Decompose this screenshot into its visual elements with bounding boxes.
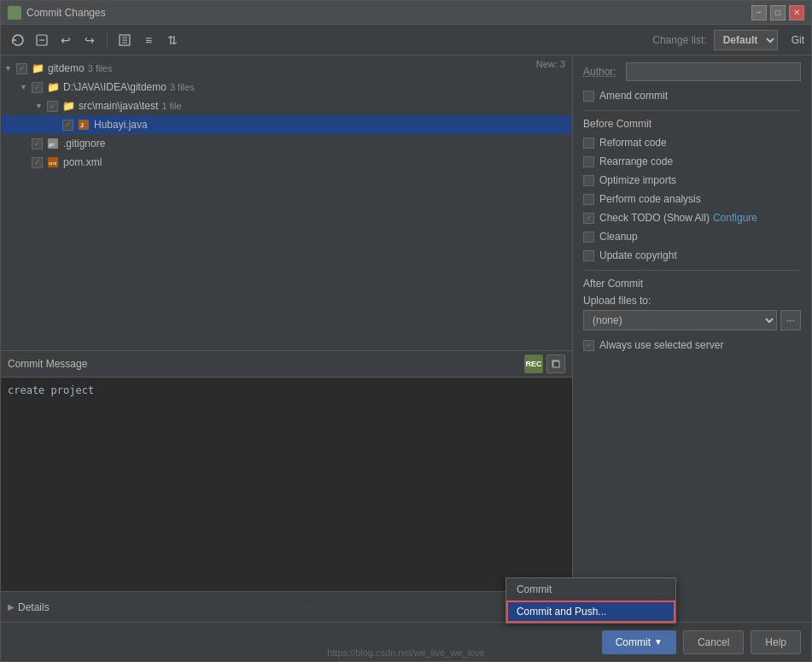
folder-icon-src: 📁 — [61, 99, 75, 113]
cancel-button[interactable]: Cancel — [683, 630, 744, 654]
commit-message-rec-button[interactable]: REC — [524, 354, 543, 373]
configure-link[interactable]: Configure — [713, 212, 757, 224]
toolbar-btn3[interactable]: ↩ — [55, 30, 76, 50]
divider2 — [583, 270, 801, 271]
footer: Commit ▼ Commit Commit and Push... Cance… — [1, 622, 811, 661]
toolbar-btn2[interactable] — [32, 30, 52, 50]
amend-commit-checkbox[interactable] — [583, 91, 594, 102]
close-button[interactable]: ✕ — [789, 5, 804, 21]
commit-message-tools: REC — [524, 354, 565, 373]
toolbar-refresh-button[interactable] — [8, 30, 28, 50]
details-drag-handle: ···· — [301, 601, 313, 613]
git-label: Git — [792, 34, 804, 46]
changelist-dropdown[interactable]: Default — [714, 30, 778, 50]
commit-message-copy-button[interactable] — [546, 354, 565, 373]
commit-message-label: Commit Message — [8, 358, 87, 370]
check-todo-label: Check TODO (Show All) — [599, 212, 710, 224]
tree-row-pom[interactable]: ✓ xml pom.xml — [1, 153, 572, 172]
reformat-label: Reformat code — [599, 137, 667, 149]
cleanup-checkbox[interactable] — [583, 231, 594, 243]
toolbar: ↩ ↪ ≡ ⇅ Change list: Default Git — [1, 25, 811, 56]
always-use-server-checkbox[interactable]: ✓ — [583, 340, 594, 351]
svg-text:git: git — [49, 142, 55, 147]
option-optimize[interactable]: Optimize imports — [583, 173, 801, 188]
option-copyright[interactable]: Update copyright — [583, 248, 801, 263]
option-analyze[interactable]: Perform code analysis — [583, 191, 801, 207]
commit-button-label: Commit — [616, 636, 651, 648]
minimize-button[interactable]: − — [751, 5, 767, 21]
analyze-label: Perform code analysis — [599, 193, 701, 205]
popup-commit[interactable]: Commit — [506, 578, 675, 600]
tree-row-hubayi[interactable]: ✓ J Hubayi.java — [1, 115, 572, 134]
checkbox-gitdemo[interactable]: ✓ — [16, 63, 27, 74]
checkbox-gitignore[interactable]: ✓ — [32, 138, 43, 149]
tree-label-hubayi: Hubayi.java — [94, 119, 148, 131]
help-button[interactable]: Help — [751, 630, 801, 654]
more-button[interactable]: ··· — [780, 310, 801, 331]
amend-commit-row[interactable]: Amend commit — [583, 88, 801, 103]
reformat-checkbox[interactable] — [583, 138, 594, 149]
arrow-src: ▼ — [35, 102, 47, 110]
window-icon — [8, 6, 21, 20]
arrow-path: ▼ — [20, 83, 32, 91]
tree-row-src[interactable]: ▼ ✓ 📁 src\main\java\test 1 file — [1, 97, 572, 115]
toolbar-btn7[interactable]: ⇅ — [162, 30, 183, 50]
details-section[interactable]: ▶ Details ···· — [1, 591, 572, 622]
window-controls: − □ ✕ — [751, 5, 804, 21]
option-check-todo[interactable]: ✓ Check TODO (Show All) Configure — [583, 210, 801, 226]
tree-label-gitignore: .gitignore — [63, 138, 105, 149]
svg-rect-16 — [553, 361, 559, 367]
badge-gitdemo: 3 files — [88, 63, 113, 73]
commit-message-header: Commit Message REC — [1, 351, 572, 378]
checkbox-src[interactable]: ✓ — [47, 101, 58, 112]
checkbox-hubayi[interactable]: ✓ — [62, 120, 73, 131]
author-input[interactable] — [626, 62, 801, 81]
git-file-icon: git — [46, 137, 60, 150]
after-commit-title: After Commit — [583, 278, 801, 290]
author-row: Author: — [583, 62, 801, 81]
optimize-label: Optimize imports — [599, 174, 676, 186]
toolbar-sep1 — [107, 32, 108, 49]
upload-select[interactable]: (none) Server 1 Server 2 — [583, 310, 777, 331]
always-use-server-row[interactable]: ✓ Always use selected server — [583, 337, 801, 353]
xml-file-icon: xml — [46, 155, 60, 169]
badge-path: 3 files — [170, 82, 195, 92]
copyright-checkbox[interactable] — [583, 250, 594, 261]
toolbar-btn5[interactable] — [114, 30, 135, 50]
toolbar-btn6[interactable]: ≡ — [138, 30, 159, 50]
rearrange-checkbox[interactable] — [583, 156, 594, 167]
cleanup-label: Cleanup — [599, 231, 638, 243]
popup-commit-push[interactable]: Commit and Push... — [506, 600, 675, 623]
details-arrow-icon: ▶ — [8, 602, 15, 612]
copyright-label: Update copyright — [599, 249, 677, 261]
analyze-checkbox[interactable] — [583, 194, 594, 205]
toolbar-btn4[interactable]: ↪ — [79, 30, 100, 50]
commit-dropdown-popup: Commit Commit and Push... — [505, 577, 676, 624]
svg-text:xml: xml — [49, 161, 56, 166]
before-commit-title: Before Commit — [583, 118, 801, 130]
option-cleanup[interactable]: Cleanup — [583, 229, 801, 244]
check-todo-checkbox[interactable]: ✓ — [583, 213, 594, 224]
tree-row-path[interactable]: ▼ ✓ 📁 D:\JAVA\IDEA\gitdemo 3 files — [1, 78, 572, 97]
author-label: Author: — [583, 66, 626, 78]
optimize-checkbox[interactable] — [583, 175, 594, 186]
file-tree[interactable]: New: 3 ▼ ✓ 📁 gitdemo 3 files ▼ ✓ 📁 D:\JA… — [1, 56, 572, 350]
title-bar: Commit Changes − □ ✕ — [1, 1, 811, 25]
commit-btn-container: Commit ▼ Commit Commit and Push... — [602, 630, 676, 654]
option-rearrange[interactable]: Rearrange code — [583, 154, 801, 169]
divider1 — [583, 110, 801, 111]
option-reformat[interactable]: Reformat code — [583, 135, 801, 150]
tree-label-gitdemo: gitdemo — [48, 62, 85, 74]
upload-label: Upload files to: — [583, 295, 801, 307]
folder-icon-path: 📁 — [46, 80, 60, 94]
rearrange-label: Rearrange code — [599, 155, 673, 167]
checkbox-pom[interactable]: ✓ — [32, 157, 43, 168]
tree-row-gitignore[interactable]: ✓ git .gitignore — [1, 134, 572, 153]
maximize-button[interactable]: □ — [770, 5, 786, 21]
commit-button[interactable]: Commit ▼ — [602, 630, 676, 654]
tree-row-gitdemo[interactable]: ▼ ✓ 📁 gitdemo 3 files — [1, 59, 572, 78]
java-file-icon: J — [77, 118, 91, 132]
badge-src: 1 file — [161, 101, 181, 111]
commit-message-textarea[interactable] — [1, 378, 572, 591]
checkbox-path[interactable]: ✓ — [32, 82, 43, 93]
